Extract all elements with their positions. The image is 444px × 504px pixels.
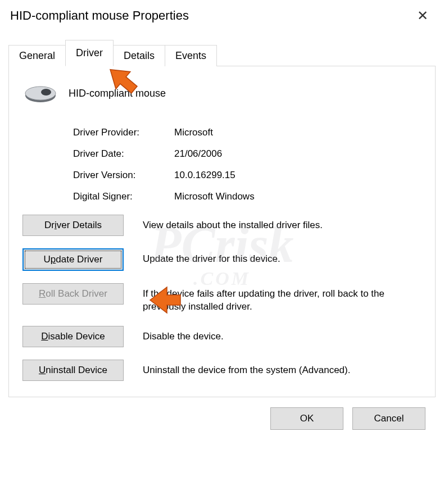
update-driver-desc: Update the driver for this device. — [143, 248, 422, 266]
cancel-button[interactable]: Cancel — [352, 407, 425, 430]
tab-events[interactable]: Events — [165, 45, 217, 66]
driver-details-desc: View details about the installed driver … — [143, 215, 422, 232]
version-label: Driver Version: — [73, 170, 174, 181]
tab-details[interactable]: Details — [113, 45, 165, 66]
svg-point-3 — [41, 89, 51, 96]
ok-button[interactable]: OK — [270, 407, 343, 430]
provider-label: Driver Provider: — [73, 127, 174, 138]
uninstall-device-button[interactable]: Uninstall Device — [22, 360, 124, 381]
close-icon[interactable]: ✕ — [411, 8, 434, 24]
provider-value: Microsoft — [174, 127, 213, 138]
uninstall-device-desc: Uninstall the device from the system (Ad… — [143, 360, 422, 377]
device-name: HID-compliant mouse — [69, 88, 166, 99]
disable-device-desc: Disable the device. — [143, 326, 422, 343]
disable-device-button[interactable]: Disable Device — [22, 326, 124, 347]
rollback-driver-button: Roll Back Driver — [22, 283, 124, 305]
update-driver-button[interactable]: Update Driver — [22, 248, 124, 271]
tab-general[interactable]: General — [8, 45, 66, 66]
signer-label: Digital Signer: — [73, 191, 174, 202]
rollback-driver-desc: If the device fails after updating the d… — [143, 283, 422, 314]
driver-panel: HID-compliant mouse Driver Provider: Mic… — [8, 66, 436, 397]
signer-value: Microsoft Windows — [174, 191, 255, 202]
date-value: 21/06/2006 — [174, 148, 222, 160]
tabbar: General Driver Details Events — [8, 39, 436, 66]
window-title: HID-compliant mouse Properties — [10, 8, 189, 23]
tab-driver[interactable]: Driver — [65, 40, 114, 66]
date-label: Driver Date: — [73, 148, 174, 160]
version-value: 10.0.16299.15 — [174, 170, 235, 181]
mouse-icon — [22, 82, 58, 105]
driver-details-button[interactable]: Driver Details — [22, 215, 124, 236]
